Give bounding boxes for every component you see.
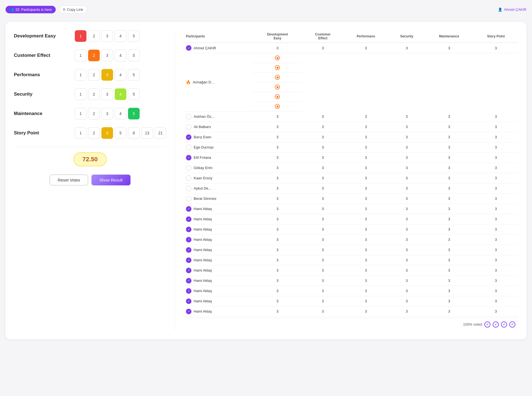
cell-sec: 3 — [389, 152, 424, 163]
participant-name: Hami Aktaş — [194, 217, 212, 221]
cell-sec: 3 — [389, 132, 424, 142]
reset-votes-button[interactable]: Reset Votes — [50, 175, 88, 185]
table-row: ✓Hami Aktaş333333 — [183, 265, 518, 275]
vote-options-security: 1 2 3 4 5 — [75, 88, 140, 100]
cell-sec: 3 — [389, 245, 424, 255]
participants-badge[interactable]: 👥 22 Participants is here — [6, 6, 56, 13]
vote-btn-story-5[interactable]: 5 — [115, 127, 126, 139]
cell-cust: 3 — [303, 183, 343, 193]
vote-btn-dev-2[interactable]: 2 — [88, 30, 100, 42]
participant-name: Barış Esen — [194, 135, 211, 139]
vote-btn-cust-5[interactable]: 5 — [128, 50, 140, 61]
vote-btn-maint-3[interactable]: 3 — [101, 108, 113, 119]
cell-perf: 3 — [343, 224, 389, 234]
participants-panel: Participants DevelopmentEasy CustomerEff… — [183, 30, 518, 331]
cell-dev: 3 — [252, 234, 303, 245]
copy-icon: ⎘ — [63, 7, 65, 12]
vote-btn-cust-1[interactable]: 1 — [75, 50, 86, 61]
vote-btn-cust-3[interactable]: 3 — [101, 50, 113, 61]
vote-btn-cust-4[interactable]: 4 — [115, 50, 126, 61]
cell-story: 3 — [474, 132, 518, 142]
cell-cust: 3 — [303, 152, 343, 163]
cell-cust: 3 — [303, 234, 343, 245]
table-row: ✓Hami Aktaş333333 — [183, 306, 518, 316]
cell-sec: 3 — [389, 296, 424, 306]
cell-maint: 3 — [424, 224, 474, 234]
cell-cust: 3 — [303, 142, 343, 152]
vote-btn-story-13[interactable]: 13 — [141, 127, 153, 139]
status-checked-icon: ✓ — [186, 227, 191, 232]
vote-options-performans: 1 2 3 4 5 — [75, 69, 140, 81]
cell-perf: 3 — [343, 122, 389, 132]
table-row: ✓Hami Aktaş333333 — [183, 275, 518, 286]
vote-btn-dev-5[interactable]: 5 — [128, 30, 140, 42]
status-checked-icon: ✓ — [186, 257, 191, 263]
cell-cust: 3 — [303, 265, 343, 275]
participant-name: Armağan D... — [193, 80, 214, 84]
vote-btn-perf-4[interactable]: 4 — [115, 69, 126, 81]
vote-btn-maint-2[interactable]: 2 — [88, 108, 100, 119]
vote-btn-sec-5[interactable]: 5 — [128, 88, 140, 100]
divider — [14, 147, 166, 147]
cell-perf: 3 — [343, 255, 389, 265]
participant-name-cell: ✓Hami Aktaş — [183, 296, 252, 306]
participant-name-cell: ✓Elif Fırtana — [183, 152, 252, 163]
vote-btn-sec-4[interactable]: 4 — [115, 88, 126, 100]
table-row: ✓Hami Aktaş333333 — [183, 234, 518, 245]
vote-btn-story-1[interactable]: 1 — [75, 127, 86, 139]
vote-btn-story-21[interactable]: 21 — [155, 127, 166, 139]
main-layout: Development Easy 1 2 3 4 5 Customer Effe… — [6, 22, 526, 339]
cell-dev: 3 — [252, 122, 303, 132]
col-performans: Performans — [343, 30, 389, 43]
copy-link-button[interactable]: ⎘ Copy Link — [59, 6, 87, 14]
participant-name: Elif Fırtana — [194, 155, 211, 160]
table-row: Aykut De...333333 — [183, 183, 518, 193]
cell-perf: 3 — [343, 132, 389, 142]
radio-dot — [275, 55, 280, 60]
vote-btn-dev-1[interactable]: 1 — [75, 30, 86, 42]
cell-cust: 3 — [303, 204, 343, 214]
vote-btn-sec-3[interactable]: 3 — [101, 88, 113, 100]
status-checked-icon: ✓ — [186, 216, 191, 222]
user-info: 👤 Ahmet ÇAKIR — [498, 7, 526, 12]
table-row: ✓Hami Aktaş333333 — [183, 245, 518, 255]
col-security: Security — [389, 30, 424, 43]
status-checked-icon: ✓ — [186, 278, 191, 283]
vote-btn-dev-4[interactable]: 4 — [115, 30, 126, 42]
cell-maint: 3 — [424, 204, 474, 214]
cell-story: 3 — [474, 142, 518, 152]
vote-btn-sec-2[interactable]: 2 — [88, 88, 100, 100]
vote-btn-cust-2[interactable]: 2 — [88, 50, 100, 61]
cell-story: 3 — [474, 224, 518, 234]
cell-dev: 3 — [252, 183, 303, 193]
vote-btn-perf-3[interactable]: 3 — [101, 69, 113, 81]
cell-story: 3 — [474, 163, 518, 173]
voted-check-3: ✓ — [501, 321, 507, 328]
cell-cust: 3 — [303, 173, 343, 183]
vote-btn-dev-3[interactable]: 3 — [101, 30, 113, 42]
vote-btn-perf-5[interactable]: 5 — [128, 69, 140, 81]
vote-btn-perf-2[interactable]: 2 — [88, 69, 100, 81]
col-participants: Participants — [183, 30, 252, 43]
cell-cust: 3 — [303, 43, 343, 53]
participant-name-cell: ✓Hami Aktaş — [183, 286, 252, 296]
participant-name: Hami Aktaş — [194, 279, 212, 283]
participant-name: Hami Aktaş — [194, 289, 212, 293]
vote-btn-maint-5[interactable]: 5 — [128, 108, 140, 119]
cell-maint: 3 — [424, 163, 474, 173]
cell-sec: 3 — [389, 265, 424, 275]
vote-btn-maint-1[interactable]: 1 — [75, 108, 86, 119]
vote-btn-perf-1[interactable]: 1 — [75, 69, 86, 81]
vote-btn-story-2[interactable]: 2 — [88, 127, 100, 139]
vote-btn-sec-1[interactable]: 1 — [75, 88, 86, 100]
table-row: ✓Hami Aktaş333333 — [183, 296, 518, 306]
vote-btn-maint-4[interactable]: 4 — [115, 108, 126, 119]
cell-dev: 3 — [252, 173, 303, 183]
vote-btn-story-8[interactable]: 8 — [128, 127, 140, 139]
header-left: 👥 22 Participants is here ⎘ Copy Link — [6, 6, 87, 14]
show-result-button[interactable]: Show Result — [91, 175, 130, 185]
vote-btn-story-3[interactable]: 3 — [101, 127, 113, 139]
cell-dev: 3 — [252, 132, 303, 142]
vote-options-development-easy: 1 2 3 4 5 — [75, 30, 140, 42]
cell-maint: 3 — [424, 152, 474, 163]
